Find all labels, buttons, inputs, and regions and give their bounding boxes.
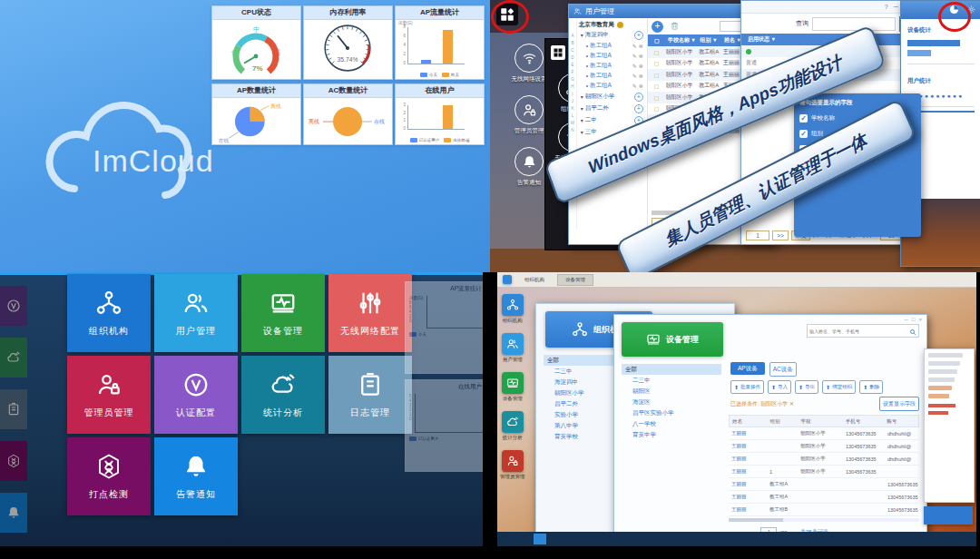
- tile-日志管理[interactable]: 日志管理: [328, 356, 412, 434]
- add-circle-icon[interactable]: +: [634, 104, 643, 113]
- tile-设备管理[interactable]: 设备管理: [241, 274, 325, 352]
- alpha-index-letter[interactable]: D: [569, 54, 576, 62]
- edit-icon[interactable]: ✎: [632, 73, 637, 79]
- row-checkbox[interactable]: ▢: [648, 60, 666, 66]
- minimize-button[interactable]: ─: [905, 317, 908, 322]
- tree-item[interactable]: 海淀区: [622, 397, 721, 407]
- sidebar-icon-管理员管理[interactable]: 管理员管理: [500, 450, 525, 480]
- column-header[interactable]: 组别 ▾: [699, 36, 723, 44]
- tree-item[interactable]: 育英中学: [622, 429, 721, 440]
- column-header[interactable]: 手机号: [843, 418, 884, 425]
- tree-child[interactable]: •教工组A✎⊗: [579, 41, 645, 51]
- query-button[interactable]: 查询: [796, 19, 808, 28]
- close-button[interactable]: ×: [918, 317, 922, 322]
- column-header[interactable]: 姓名: [730, 418, 768, 425]
- row-checkbox[interactable]: ▢: [648, 83, 666, 89]
- tree-group[interactable]: ▾海淀四中+: [579, 29, 645, 41]
- table-row[interactable]: 王丽丽朝阳区小学13045673635dhdhuhli@: [729, 427, 919, 440]
- toolbar-button-导出[interactable]: ⬆导出: [795, 380, 818, 394]
- tile-统计分析[interactable]: 统计分析: [241, 356, 325, 434]
- alpha-index-letter[interactable]: B: [569, 40, 576, 47]
- query-search-input[interactable]: [812, 17, 896, 31]
- page-next-button[interactable]: >>: [772, 230, 789, 240]
- alpha-index-letter[interactable]: I: [569, 91, 576, 98]
- alpha-index-letter[interactable]: H: [569, 83, 576, 91]
- trash-icon[interactable]: [670, 21, 680, 31]
- tree-root[interactable]: 全部: [622, 364, 721, 375]
- tile-无线网络配置[interactable]: 无线网络配置: [328, 274, 412, 352]
- table-row[interactable]: 王丽丽朝阳区小学13045673635dhdhuhli@: [729, 440, 919, 453]
- column-header[interactable]: 启用状态 ▾: [746, 35, 776, 44]
- table-row[interactable]: 王丽丽教工组B13045673635: [729, 504, 919, 516]
- app-tab-设备管理[interactable]: 设备管理: [557, 274, 593, 286]
- toolbar-button-绑定组织[interactable]: ⬆绑定组织: [822, 380, 856, 394]
- edit-icon[interactable]: ✎: [632, 43, 637, 49]
- checkbox-checked-icon[interactable]: ✓: [799, 114, 808, 123]
- toolbar-button-导入[interactable]: ⬆导入: [768, 380, 791, 394]
- tile-告警通知[interactable]: 告警通知: [154, 437, 238, 515]
- edit-icon[interactable]: ✎: [632, 63, 637, 69]
- alpha-index-letter[interactable]: L: [569, 113, 576, 120]
- page-number-box[interactable]: 1: [746, 230, 769, 240]
- tree-child[interactable]: •教工组A✎⊗: [579, 61, 645, 71]
- maximize-button[interactable]: □: [912, 317, 916, 322]
- alpha-index-letter[interactable]: K: [569, 105, 576, 113]
- column-header[interactable]: 学校名称 ▾: [666, 36, 699, 44]
- sidebar-icon-统计分析[interactable]: 统计分析: [500, 411, 525, 441]
- add-circle-icon[interactable]: +: [634, 93, 643, 102]
- table-row[interactable]: 王丽丽朝阳区小学13045673635dhdhuhli@: [729, 453, 919, 466]
- device-panel-header[interactable]: 设备管理: [622, 322, 723, 357]
- alpha-index-letter[interactable]: M: [569, 120, 576, 127]
- delete-icon[interactable]: ⊗: [639, 63, 643, 69]
- alpha-index-letter[interactable]: N: [569, 127, 576, 134]
- search-icon[interactable]: [909, 329, 916, 336]
- column-header[interactable]: 账号: [884, 418, 918, 425]
- delete-icon[interactable]: ⊗: [639, 43, 643, 49]
- show-fields-button[interactable]: 设置显示字段: [879, 397, 919, 411]
- tab-ac-devices[interactable]: AC设备: [769, 362, 797, 377]
- desktop-icon-管理员管理[interactable]: 管理员管理: [514, 95, 544, 135]
- edit-icon[interactable]: ✎: [632, 83, 637, 89]
- toolbar-button-批量操作[interactable]: ⬆批量操作: [730, 380, 764, 394]
- add-user-button[interactable]: +: [652, 21, 663, 33]
- taskbar-app-button[interactable]: [534, 534, 546, 544]
- tree-item[interactable]: 八一学校: [622, 418, 721, 429]
- tile-认证配置[interactable]: 认证配置: [154, 356, 238, 434]
- h-scrollbar[interactable]: [729, 518, 919, 522]
- edit-icon[interactable]: ✎: [632, 53, 637, 59]
- select-all-checkbox[interactable]: ▢: [648, 37, 666, 44]
- tree-item[interactable]: 昌平区实验小学: [622, 407, 721, 418]
- filter-text[interactable]: 已选择条件: 朝阳区小学 ✕: [730, 400, 794, 408]
- tree-group[interactable]: ▾昌平二外+: [579, 103, 645, 114]
- alpha-index-letter[interactable]: G: [569, 76, 576, 83]
- row-checkbox[interactable]: ▢: [648, 72, 666, 78]
- toolbar-button-删除[interactable]: ⬆删除: [859, 380, 883, 394]
- tree-child[interactable]: •教工组A✎⊗: [579, 71, 645, 81]
- tree-child[interactable]: •教工组A✎⊗: [579, 51, 645, 61]
- table-row[interactable]: 王丽丽教工组A13045673635: [729, 491, 919, 504]
- row-checkbox[interactable]: ▢: [648, 49, 666, 55]
- tree-group[interactable]: ▾朝阳区小学+: [579, 91, 645, 103]
- device-search-input[interactable]: [808, 328, 909, 335]
- alpha-index-letter[interactable]: C: [569, 47, 576, 54]
- window-titlebar[interactable]: ? ─ □ ×: [741, 1, 921, 14]
- app-tab-组织机构[interactable]: 组织机构: [517, 275, 552, 285]
- alpha-index-letter[interactable]: J: [569, 98, 576, 105]
- table-row[interactable]: 王丽丽教工组A13045673635: [729, 478, 919, 491]
- tile-组织机构[interactable]: 组织机构: [67, 274, 151, 352]
- sidebar-icon-组织机构[interactable]: 组织机构: [500, 294, 525, 324]
- desktop-icon-告警通知[interactable]: 告警通知: [514, 147, 544, 187]
- table-row[interactable]: 王丽丽1朝阳区小学13045673635: [729, 466, 919, 478]
- column-header[interactable]: 学校: [798, 418, 842, 425]
- tile-打点检测[interactable]: 打点检测: [67, 437, 151, 515]
- tab-ap-devices[interactable]: AP设备: [730, 362, 765, 375]
- tile-用户管理[interactable]: 用户管理: [154, 274, 238, 352]
- sidebar-icon-设备管理[interactable]: 设备管理: [500, 372, 525, 402]
- delete-icon[interactable]: ⊗: [639, 73, 643, 79]
- delete-icon[interactable]: ⊗: [639, 83, 643, 89]
- column-header[interactable]: 组别: [768, 418, 799, 425]
- row-checkbox[interactable]: ▢: [648, 105, 666, 112]
- row-checkbox[interactable]: ▢: [648, 94, 666, 101]
- add-circle-icon[interactable]: +: [634, 31, 643, 40]
- desktop-icon-无线网络设置[interactable]: 无线网络设置: [512, 44, 547, 83]
